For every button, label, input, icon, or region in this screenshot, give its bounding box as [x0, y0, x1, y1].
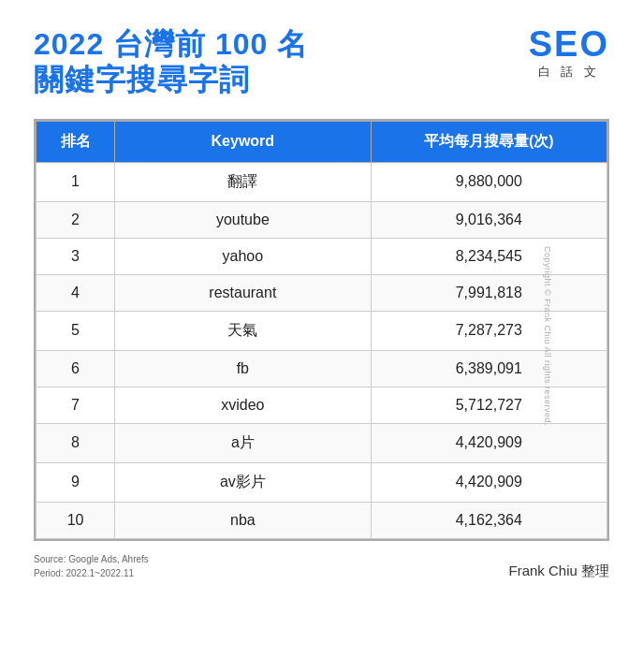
cell-rank: 8 [37, 423, 115, 462]
cell-volume: 8,234,545 [371, 238, 606, 274]
table-row: 2youtube9,016,364 [37, 201, 607, 238]
cell-volume: 4,162,364 [371, 502, 606, 538]
table-row: 1翻譯9,880,000 [37, 162, 607, 201]
cell-rank: 5 [37, 311, 115, 350]
cell-rank: 3 [37, 238, 115, 274]
table-row: 8a片4,420,909 [37, 423, 607, 462]
cell-keyword: fb [115, 350, 371, 387]
cell-rank: 9 [37, 462, 115, 502]
side-watermark: Copyright © Frank Chiu All rights reserv… [543, 246, 552, 426]
table-row: 9av影片4,420,909 [37, 462, 607, 502]
title-line2: 關鍵字搜尋字詞 [34, 62, 308, 97]
table-body: 1翻譯9,880,0002youtube9,016,3643yahoo8,234… [37, 162, 607, 538]
title-line1: 2022 台灣前 100 名 [34, 26, 308, 62]
page-wrapper: 2022 台灣前 100 名 關鍵字搜尋字詞 SEO 白 話 文 排名 Keyw… [0, 0, 643, 672]
header-area: 2022 台灣前 100 名 關鍵字搜尋字詞 SEO 白 話 文 [34, 26, 609, 98]
table-row: 6fb6,389,091 [37, 350, 607, 387]
table-header-row: 排名 Keyword 平均每月搜尋量(次) [37, 121, 607, 162]
cell-keyword: a片 [115, 423, 371, 462]
table-row: 3yahoo8,234,545 [37, 238, 607, 274]
cell-rank: 4 [37, 274, 115, 311]
cell-rank: 7 [37, 387, 115, 423]
cell-volume: 6,389,091 [371, 350, 606, 387]
cell-volume: 7,287,273 [371, 311, 606, 350]
cell-keyword: youtube [115, 201, 371, 238]
cell-keyword: nba [115, 502, 371, 538]
table-head: 排名 Keyword 平均每月搜尋量(次) [37, 121, 607, 162]
cell-keyword: xvideo [115, 387, 371, 423]
cell-keyword: av影片 [115, 462, 371, 502]
cell-volume: 4,420,909 [371, 423, 606, 462]
cell-rank: 10 [37, 502, 115, 538]
seo-logo-sub: 白 話 文 [529, 64, 609, 80]
source-text: Source: Google Ads, Ahrefs Period: 2022.… [34, 552, 149, 580]
source-line2: Period: 2022.1~2022.11 [34, 568, 134, 578]
cell-keyword: restaurant [115, 274, 371, 311]
author-text: Frank Chiu 整理 [508, 562, 609, 580]
table-row: 4restaurant7,991,818 [37, 274, 607, 311]
cell-volume: 9,880,000 [371, 162, 606, 201]
cell-volume: 7,991,818 [371, 274, 606, 311]
cell-volume: 5,712,727 [371, 387, 606, 423]
cell-rank: 1 [37, 162, 115, 201]
title-block: 2022 台灣前 100 名 關鍵字搜尋字詞 [34, 26, 308, 98]
keyword-table: 排名 Keyword 平均每月搜尋量(次) 1翻譯9,880,0002youtu… [36, 121, 607, 539]
cell-volume: 9,016,364 [371, 201, 606, 238]
col-header-rank: 排名 [37, 121, 115, 162]
cell-keyword: yahoo [115, 238, 371, 274]
cell-volume: 4,420,909 [371, 462, 606, 502]
seo-logo-main: SEO [529, 26, 609, 62]
cell-rank: 6 [37, 350, 115, 387]
seo-logo: SEO 白 話 文 [529, 26, 609, 80]
table-row: 10nba4,162,364 [37, 502, 607, 538]
footer-area: Source: Google Ads, Ahrefs Period: 2022.… [34, 552, 609, 580]
source-line1: Source: Google Ads, Ahrefs [34, 554, 149, 564]
table-row: 5天氣7,287,273 [37, 311, 607, 350]
cell-keyword: 翻譯 [115, 162, 371, 201]
cell-rank: 2 [37, 201, 115, 238]
table-row: 7xvideo5,712,727 [37, 387, 607, 423]
cell-keyword: 天氣 [115, 311, 371, 350]
table-container: 排名 Keyword 平均每月搜尋量(次) 1翻譯9,880,0002youtu… [34, 119, 609, 541]
col-header-keyword: Keyword [115, 121, 371, 162]
col-header-volume: 平均每月搜尋量(次) [371, 121, 606, 162]
